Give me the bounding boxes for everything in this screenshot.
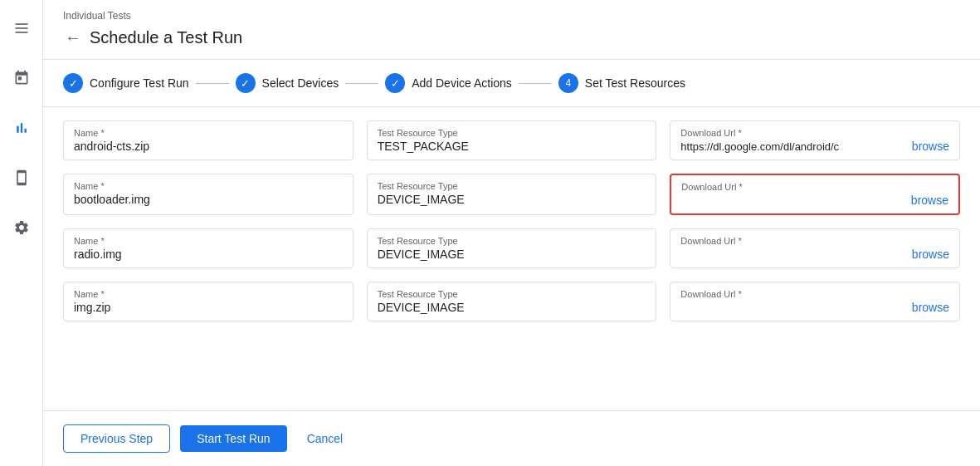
browse-button-2[interactable]: browse: [911, 194, 948, 207]
name-value-4: img.zip: [74, 301, 343, 314]
step-connector-1: [196, 83, 229, 84]
type-value-1: TEST_PACKAGE: [378, 140, 646, 153]
step-configure: Configure Test Run: [63, 73, 189, 93]
header: Individual Tests ← Schedule a Test Run: [43, 0, 980, 60]
resource-list: Name * android-cts.zip Test Resource Typ…: [43, 107, 980, 410]
main-content: Individual Tests ← Schedule a Test Run C…: [43, 0, 980, 466]
stepper: Configure Test Run Select Devices Add De…: [43, 60, 980, 107]
name-label-2: Name *: [74, 181, 343, 191]
resource-row-3: Name * radio.img Test Resource Type DEVI…: [63, 228, 960, 268]
name-field-1: Name * android-cts.zip: [63, 120, 353, 160]
browse-button-3[interactable]: browse: [912, 248, 949, 261]
cancel-button[interactable]: Cancel: [297, 425, 353, 452]
footer: Previous Step Start Test Run Cancel: [43, 410, 980, 466]
step-set-resources: 4 Set Test Resources: [558, 73, 685, 93]
type-label-2: Test Resource Type: [378, 181, 646, 191]
type-value-2: DEVICE_IMAGE: [378, 193, 646, 206]
phone-icon[interactable]: [7, 163, 37, 193]
resource-row-1: Name * android-cts.zip Test Resource Typ…: [63, 120, 960, 160]
back-button[interactable]: ←: [63, 27, 83, 49]
type-field-4: Test Resource Type DEVICE_IMAGE: [367, 282, 657, 321]
name-value-1: android-cts.zip: [74, 140, 343, 153]
resource-row-2: Name * bootloader.img Test Resource Type…: [63, 174, 960, 215]
url-label-2: Download Url *: [681, 182, 948, 192]
type-value-3: DEVICE_IMAGE: [378, 248, 646, 261]
start-test-run-button[interactable]: Start Test Run: [180, 425, 286, 452]
url-label-1: Download Url *: [680, 128, 949, 138]
name-label-4: Name *: [74, 289, 343, 299]
url-field-3: Download Url * browse: [670, 228, 960, 268]
step-connector-3: [519, 83, 552, 84]
url-field-2-highlighted: Download Url * browse: [670, 174, 960, 215]
page-title: Schedule a Test Run: [90, 28, 242, 47]
breadcrumb: Individual Tests: [63, 10, 960, 22]
url-field-1: Download Url * https://dl.google.com/dl/…: [670, 120, 960, 160]
type-label-3: Test Resource Type: [378, 236, 646, 246]
settings-icon[interactable]: [7, 213, 37, 243]
name-value-3: radio.img: [74, 248, 343, 261]
list-icon[interactable]: [7, 13, 37, 43]
step-connector-2: [345, 83, 378, 84]
name-field-4: Name * img.zip: [63, 282, 353, 321]
url-field-4: Download Url * browse: [670, 282, 960, 321]
url-label-4: Download Url *: [680, 289, 949, 299]
type-field-3: Test Resource Type DEVICE_IMAGE: [367, 228, 657, 268]
step-select-devices: Select Devices: [236, 73, 339, 93]
name-label-3: Name *: [74, 236, 343, 246]
name-field-2: Name * bootloader.img: [63, 174, 353, 215]
step-2-label: Select Devices: [262, 76, 339, 90]
url-label-3: Download Url *: [680, 236, 949, 246]
browse-button-1[interactable]: browse: [912, 140, 949, 153]
type-label-1: Test Resource Type: [378, 128, 646, 138]
type-label-4: Test Resource Type: [378, 289, 646, 299]
previous-step-button[interactable]: Previous Step: [63, 424, 170, 453]
sidebar: [0, 0, 43, 466]
name-field-3: Name * radio.img: [63, 228, 353, 268]
step-3-label: Add Device Actions: [412, 76, 512, 90]
chart-icon[interactable]: [7, 113, 37, 143]
type-field-1: Test Resource Type TEST_PACKAGE: [367, 120, 657, 160]
browse-button-4[interactable]: browse: [912, 301, 949, 314]
step-2-circle: [236, 73, 256, 93]
svg-rect-0: [15, 23, 27, 25]
step-1-label: Configure Test Run: [90, 76, 189, 90]
name-label-1: Name *: [74, 128, 343, 138]
step-add-actions: Add Device Actions: [385, 73, 512, 93]
type-field-2: Test Resource Type DEVICE_IMAGE: [367, 174, 657, 215]
calendar-icon[interactable]: [7, 63, 37, 93]
svg-rect-2: [15, 32, 27, 33]
step-1-circle: [63, 73, 83, 93]
name-value-2: bootloader.img: [74, 193, 343, 206]
url-value-1: https://dl.google.com/dl/android/c: [680, 140, 839, 153]
step-4-circle: 4: [558, 73, 578, 93]
svg-rect-1: [15, 27, 27, 29]
step-3-circle: [385, 73, 405, 93]
type-value-4: DEVICE_IMAGE: [378, 301, 646, 314]
step-4-label: Set Test Resources: [585, 76, 685, 90]
resource-row-4: Name * img.zip Test Resource Type DEVICE…: [63, 282, 960, 321]
